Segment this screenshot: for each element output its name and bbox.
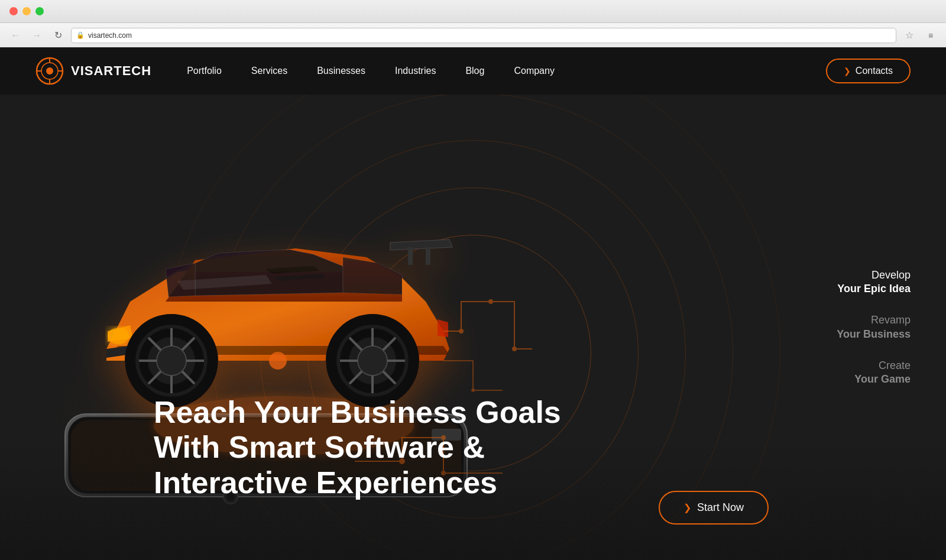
sidebar-item-revamp[interactable]: Revamp Your Business: [837, 313, 911, 341]
lock-icon: 🔒: [76, 31, 85, 39]
nav-company[interactable]: Company: [514, 66, 554, 76]
minimize-button[interactable]: [22, 7, 31, 15]
back-button[interactable]: ←: [7, 27, 24, 44]
nav-links: Portfolio Services Businesses Industries…: [187, 66, 826, 76]
hero-section: Reach Your Business Goals With Smart Sof…: [0, 95, 946, 560]
hero-title: Reach Your Business Goals With Smart Sof…: [154, 395, 568, 501]
contacts-button[interactable]: ❯ Contacts: [826, 59, 911, 83]
logo-text: VISARTECH: [71, 63, 151, 79]
maximize-button[interactable]: [35, 7, 44, 15]
svg-point-21: [157, 346, 186, 376]
navigation: VISARTECH Portfolio Services Businesses …: [0, 47, 946, 95]
bookmark-button[interactable]: ☆: [901, 27, 918, 44]
nav-portfolio[interactable]: Portfolio: [187, 66, 222, 76]
svg-point-47: [512, 347, 517, 351]
logo[interactable]: VISARTECH: [35, 57, 151, 85]
mac-chrome: ← → ↻ 🔒 visartech.com ☆ ≡: [0, 0, 946, 47]
sidebar-item-create-line1: Create: [837, 359, 911, 373]
start-now-button[interactable]: ❯ Start Now: [659, 491, 769, 525]
contacts-label: Contacts: [856, 66, 893, 76]
sidebar-item-create-line2: Your Game: [837, 373, 911, 386]
sidebar-item-develop-line1: Develop: [837, 268, 911, 281]
start-btn-arrow-icon: ❯: [683, 502, 691, 513]
sidebar-item-create[interactable]: Create Your Game: [837, 359, 911, 387]
hero-text-block: Reach Your Business Goals With Smart Sof…: [154, 395, 568, 525]
address-bar[interactable]: 🔒 visartech.com: [71, 28, 896, 43]
nav-businesses[interactable]: Businesses: [317, 66, 365, 76]
refresh-button[interactable]: ↻: [50, 27, 66, 44]
contacts-arrow-icon: ❯: [844, 66, 851, 76]
svg-rect-16: [426, 247, 430, 265]
website-content: VISARTECH Portfolio Services Businesses …: [0, 47, 946, 560]
svg-rect-15: [408, 247, 413, 265]
svg-point-48: [471, 389, 475, 392]
nav-services[interactable]: Services: [251, 66, 287, 76]
nav-industries[interactable]: Industries: [395, 66, 436, 76]
mac-titlebar: [0, 0, 946, 22]
sidebar-item-revamp-line1: Revamp: [837, 313, 911, 327]
svg-point-17: [108, 328, 129, 344]
start-btn-label: Start Now: [697, 501, 744, 514]
sidebar-item-revamp-line2: Your Business: [837, 328, 911, 341]
forward-button[interactable]: →: [28, 27, 45, 44]
nav-blog[interactable]: Blog: [465, 66, 484, 76]
menu-button[interactable]: ≡: [922, 27, 939, 44]
mac-toolbar: ← → ↻ 🔒 visartech.com ☆ ≡: [0, 22, 946, 47]
svg-point-45: [459, 329, 464, 334]
svg-point-34: [358, 346, 387, 376]
sidebar-item-develop[interactable]: Develop Your Epic Idea: [837, 268, 911, 296]
close-button[interactable]: [9, 7, 18, 15]
svg-point-44: [269, 352, 287, 370]
sidebar-item-develop-line2: Your Epic Idea: [837, 282, 911, 296]
svg-point-46: [488, 299, 493, 304]
address-text: visartech.com: [88, 31, 132, 40]
hero-sidebar-nav: Develop Your Epic Idea Revamp Your Busin…: [837, 268, 911, 386]
svg-point-2: [46, 67, 53, 75]
logo-icon: [35, 57, 64, 85]
